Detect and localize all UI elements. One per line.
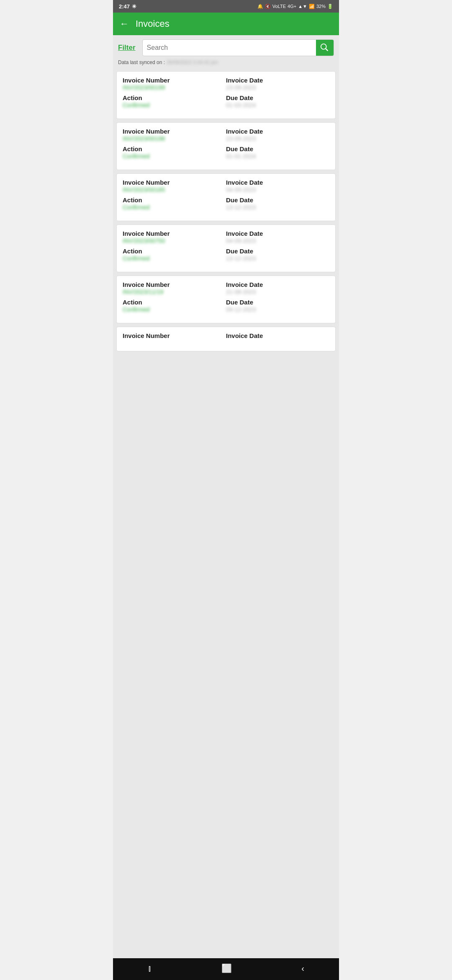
invoice-date-label: Invoice Date [226, 128, 329, 135]
nav-back-icon[interactable]: ‹ [301, 964, 304, 973]
action-value: Confirmed [123, 102, 226, 108]
invoice-number-value: INV/2023/00198 [123, 135, 226, 142]
invoice-number-label: Invoice Number [123, 128, 226, 135]
invoice-date-value: 04-09-2023 [226, 237, 329, 244]
search-container [142, 39, 334, 56]
action-group: Action Confirmed [123, 145, 226, 160]
action-group: Action Confirmed [123, 94, 226, 108]
invoice-date-value: 04-09-2023 [226, 186, 329, 193]
action-value: Confirmed [123, 153, 226, 160]
action-group: Action Confirmed [123, 248, 226, 262]
due-date-group: Due Date 01-03-2024 [226, 94, 329, 108]
due-date-value: 09-12-2023 [226, 306, 329, 313]
invoice-number-group: Invoice Number INV/2023/00199 [123, 77, 226, 91]
action-label: Action [123, 299, 226, 306]
invoice-card[interactable]: Invoice Number INV/2023/00750 Invoice Da… [116, 224, 336, 272]
search-button[interactable] [316, 40, 334, 56]
invoice-date-group: Invoice Date 23-09-2023 [226, 77, 329, 91]
due-date-group: Due Date 01-01-2024 [226, 145, 329, 160]
invoice-date-group: Invoice Date 04-09-2023 [226, 179, 329, 193]
invoice-card[interactable]: Invoice Number INV/2023/00198 Invoice Da… [116, 122, 336, 170]
action-label: Action [123, 94, 226, 101]
search-input[interactable] [143, 41, 316, 55]
toolbar: Filter [113, 35, 339, 59]
due-date-label: Due Date [226, 196, 329, 204]
invoice-date-value: 21-08-2023 [226, 289, 329, 295]
due-date-group: Due Date 13-12-2023 [226, 248, 329, 262]
invoice-number-label: Invoice Number [123, 77, 226, 84]
action-value: Confirmed [123, 204, 226, 211]
due-date-value: 13-12-2023 [226, 255, 329, 262]
invoice-date-label: Invoice Date [226, 77, 329, 84]
action-group: Action Confirmed [123, 196, 226, 211]
invoice-date-label: Invoice Date [226, 281, 329, 288]
nav-bar: ⫿ ⬜ ‹ [113, 958, 339, 980]
invoice-number-value: INV/2023/00185 [123, 186, 226, 193]
invoice-date-label: Invoice Date [226, 332, 329, 339]
search-icon [320, 43, 329, 52]
action-label: Action [123, 248, 226, 255]
nav-menu-icon[interactable]: ⫿ [148, 964, 152, 973]
action-label: Action [123, 145, 226, 152]
invoice-number-value: INV/2023/00199 [123, 84, 226, 91]
due-date-label: Due Date [226, 248, 329, 255]
due-date-label: Due Date [226, 299, 329, 306]
invoice-number-group: Invoice Number INV/2023/11/19 [123, 281, 226, 295]
invoice-date-value: 23-09-2023 [226, 135, 329, 142]
invoice-date-label: Invoice Date [226, 230, 329, 237]
invoice-card[interactable]: Invoice Number INV/2023/00185 Invoice Da… [116, 173, 336, 221]
page-title: Invoices [136, 18, 170, 29]
sync-info: Data last synced on : 26/09/2023 3:34:42… [113, 59, 339, 69]
due-date-group: Due Date 09-12-2023 [226, 299, 329, 313]
due-date-group: Due Date 13-12-2023 [226, 196, 329, 211]
sync-timestamp: 26/09/2023 3:34:42 pm [166, 59, 218, 65]
due-date-value: 01-01-2024 [226, 153, 329, 160]
invoice-number-group: Invoice Number INV/2023/00185 [123, 179, 226, 193]
status-time: 2:47 ✳ [119, 3, 136, 10]
invoice-number-label: Invoice Number [123, 179, 226, 186]
invoice-number-group: Invoice Number [123, 332, 226, 339]
invoice-number-group: Invoice Number INV/2023/00198 [123, 128, 226, 142]
action-value: Confirmed [123, 306, 226, 313]
action-group: Action Confirmed [123, 299, 226, 313]
due-date-value: 13-12-2023 [226, 204, 329, 211]
due-date-value: 01-03-2024 [226, 102, 329, 108]
status-icons: 🔔 🔇 VoLTE 4G+ ▲▼ 📶 32% 🔋 [257, 4, 333, 9]
action-value: Confirmed [123, 255, 226, 262]
invoice-date-group: Invoice Date 23-09-2023 [226, 128, 329, 142]
invoice-number-value: INV/2023/11/19 [123, 289, 226, 295]
invoice-card[interactable]: Invoice Number INV/2023/00199 Invoice Da… [116, 71, 336, 119]
status-bar: 2:47 ✳ 🔔 🔇 VoLTE 4G+ ▲▼ 📶 32% 🔋 [113, 0, 339, 13]
nav-home-icon[interactable]: ⬜ [221, 963, 232, 973]
invoice-number-label: Invoice Number [123, 230, 226, 237]
invoice-date-value: 23-09-2023 [226, 84, 329, 91]
invoice-card[interactable]: Invoice Number Invoice Date [116, 327, 336, 351]
invoice-number-label: Invoice Number [123, 332, 226, 339]
invoice-number-value: INV/2023/00750 [123, 237, 226, 244]
invoice-date-group: Invoice Date [226, 332, 329, 339]
invoice-number-label: Invoice Number [123, 281, 226, 288]
invoice-list: Invoice Number INV/2023/00199 Invoice Da… [113, 69, 339, 958]
filter-link[interactable]: Filter [118, 44, 139, 52]
invoice-date-label: Invoice Date [226, 179, 329, 186]
invoice-card[interactable]: Invoice Number INV/2023/11/19 Invoice Da… [116, 276, 336, 323]
action-label: Action [123, 196, 226, 204]
due-date-label: Due Date [226, 145, 329, 152]
header: ← Invoices [113, 13, 339, 35]
invoice-date-group: Invoice Date 04-09-2023 [226, 230, 329, 244]
invoice-number-group: Invoice Number INV/2023/00750 [123, 230, 226, 244]
invoice-date-group: Invoice Date 21-08-2023 [226, 281, 329, 295]
back-button[interactable]: ← [120, 18, 129, 29]
due-date-label: Due Date [226, 94, 329, 101]
